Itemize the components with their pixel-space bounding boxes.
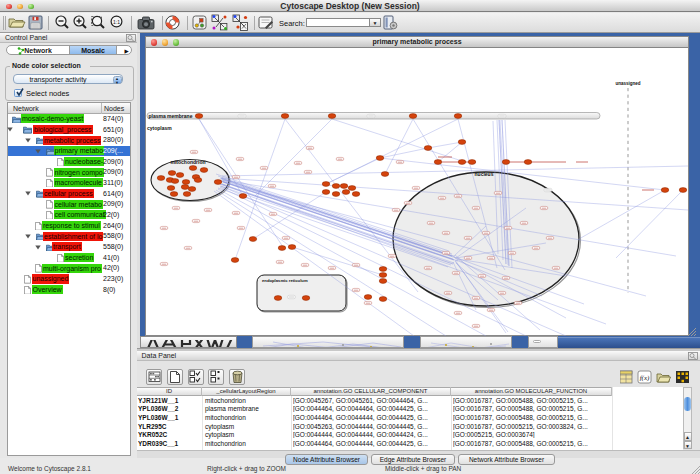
svg-text:plasma membrane: plasma membrane (149, 113, 193, 119)
svg-text:Search:: Search: (279, 19, 305, 28)
svg-text:nucleus: nucleus (475, 171, 494, 177)
svg-text:endoplasmic reticulum: endoplasmic reticulum (262, 278, 308, 283)
svg-text:unassigned: unassigned (615, 81, 640, 86)
svg-text:f(x): f(x) (640, 374, 650, 382)
svg-text:mitochondrion: mitochondrion (171, 159, 206, 165)
svg-text:1:1: 1:1 (113, 19, 120, 25)
svg-text:cytoplasm: cytoplasm (147, 125, 172, 131)
